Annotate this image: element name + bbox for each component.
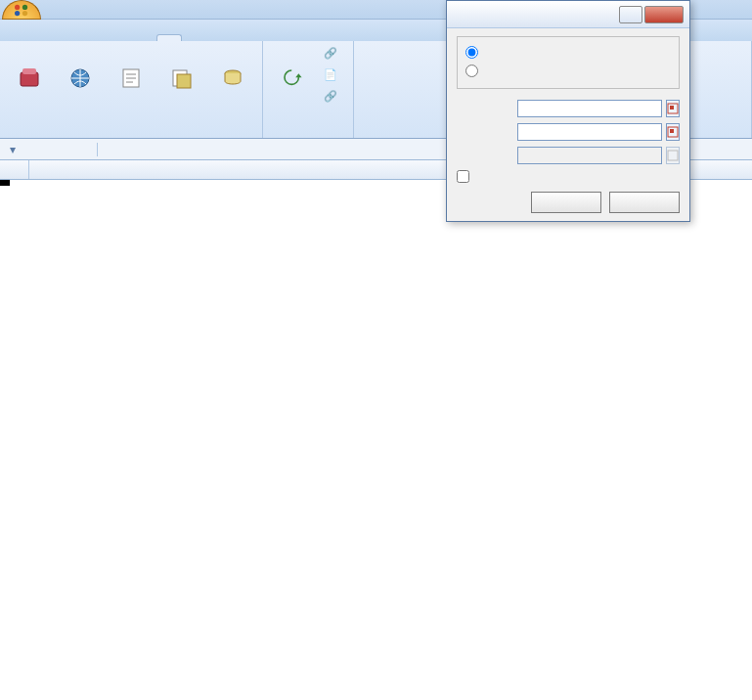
web-icon	[66, 65, 94, 92]
copyto-input	[517, 147, 662, 164]
btn-from-access[interactable]	[6, 45, 53, 113]
name-box[interactable]: ▾	[0, 143, 98, 156]
group-data-tools	[731, 41, 752, 138]
group-connections: 🔗 📄 🔗	[263, 41, 354, 138]
refresh-icon	[279, 65, 306, 92]
access-icon	[16, 65, 43, 92]
btn-from-other[interactable]	[158, 45, 205, 113]
btn-connections[interactable]: 🔗	[320, 45, 347, 65]
svg-point-2	[15, 10, 20, 15]
other-source-icon	[168, 65, 196, 92]
btn-from-web[interactable]	[57, 45, 104, 113]
btn-from-text[interactable]	[108, 45, 155, 113]
criteria-input[interactable]	[517, 123, 662, 141]
btn-existing-conn[interactable]	[209, 45, 256, 113]
tab-formulas[interactable]	[129, 34, 155, 41]
radio-copy-other[interactable]	[465, 65, 478, 77]
group-label-conn	[269, 134, 347, 136]
tab-view[interactable]	[211, 34, 237, 41]
svg-point-3	[22, 10, 27, 15]
dropdown-icon[interactable]: ▾	[10, 143, 16, 156]
dialog-titlebar[interactable]	[447, 1, 689, 28]
svg-rect-12	[177, 74, 191, 88]
unique-records-checkbox[interactable]	[457, 170, 469, 183]
existing-conn-icon	[219, 65, 246, 92]
copyto-picker	[666, 147, 680, 164]
tab-home[interactable]	[47, 34, 72, 41]
btn-properties[interactable]: 📄	[320, 66, 347, 86]
group-external-data	[0, 41, 263, 138]
editlinks-icon: 🔗	[324, 90, 339, 106]
group-label-tools	[737, 134, 745, 136]
tab-review[interactable]	[184, 34, 209, 41]
sheet-area	[0, 160, 752, 700]
radio-filter-inplace[interactable]	[465, 46, 478, 59]
text-icon	[117, 65, 145, 92]
svg-rect-5	[22, 68, 36, 74]
criteria-picker[interactable]	[666, 123, 680, 141]
select-all-corner[interactable]	[0, 160, 29, 179]
btn-refresh-all[interactable]	[269, 45, 316, 113]
resize-handle[interactable]	[0, 180, 10, 186]
svg-rect-18	[668, 151, 678, 160]
btn-edit-links[interactable]: 🔗	[320, 88, 347, 108]
list-range-picker[interactable]	[666, 100, 680, 117]
advanced-filter-dialog	[446, 0, 690, 222]
tab-data[interactable]	[156, 34, 182, 41]
svg-rect-15	[670, 106, 674, 109]
tab-pagelayout[interactable]	[102, 34, 127, 41]
method-fieldset	[457, 36, 680, 89]
svg-rect-17	[670, 129, 674, 133]
tab-insert[interactable]	[74, 34, 100, 41]
btn-validity[interactable]	[737, 51, 745, 55]
list-range-input[interactable]	[517, 100, 662, 117]
office-button[interactable]	[2, 0, 41, 20]
svg-rect-4	[21, 72, 38, 86]
dialog-help-button[interactable]	[619, 6, 642, 23]
svg-point-0	[15, 4, 20, 9]
properties-icon: 📄	[324, 68, 339, 84]
cancel-button[interactable]	[609, 192, 680, 213]
group-label-external	[6, 134, 256, 136]
btn-data-validation[interactable]	[737, 45, 745, 49]
svg-point-1	[22, 4, 27, 9]
dialog-close-button[interactable]	[644, 6, 684, 23]
ok-button[interactable]	[531, 192, 601, 213]
connections-icon: 🔗	[324, 47, 339, 63]
